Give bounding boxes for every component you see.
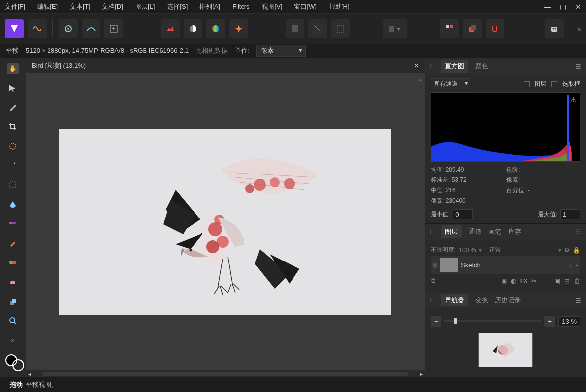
crop-tool-icon[interactable] [7,122,19,132]
flood-tool-icon[interactable] [7,199,19,210]
brush-tool-icon[interactable] [7,102,19,112]
zoom-out-button[interactable]: − [431,316,441,327]
selection-icon[interactable] [331,19,350,38]
menu-document[interactable]: 文档[D] [102,2,123,11]
warning-icon[interactable]: ⚠ [570,96,577,104]
menu-help[interactable]: 帮助[H] [329,2,350,11]
tab-history[interactable]: 历史记录 [495,296,521,305]
navigator-preview[interactable] [478,333,533,367]
merge-icon[interactable]: ⊟ [564,277,570,285]
tone-map-icon[interactable] [82,19,100,38]
hand-tool-icon[interactable]: ✋ [7,63,19,74]
menu-window[interactable]: 窗口[W] [294,2,317,11]
layer-item[interactable]: ▦ Sketch ○ ▸ [431,256,580,274]
minimize-icon[interactable]: — [544,3,551,11]
toolbar-more-icon[interactable]: » [578,25,581,33]
selection-brush-icon[interactable] [7,141,19,151]
menu-edit[interactable]: 编辑[E] [37,2,58,11]
persona-liquify-icon[interactable] [28,19,47,38]
zoom-in-button[interactable]: + [544,316,555,327]
assistant-icon[interactable] [545,19,564,38]
maximize-icon[interactable]: ▢ [560,3,566,11]
tab-layers[interactable]: 图层 [441,225,462,238]
levels-icon[interactable] [161,19,180,38]
menu-view[interactable]: 视图[V] [262,2,283,11]
panel-menu-icon[interactable]: ☰ [575,297,581,304]
marquee-tool-icon[interactable] [7,179,19,190]
visibility-icon[interactable]: ○ [569,261,573,269]
auto-icon[interactable] [229,19,248,38]
mask-icon[interactable]: ◉ [501,277,507,285]
menu-text[interactable]: 文本[T] [70,2,90,11]
panel-grip-icon[interactable]: ⦀ [430,296,432,304]
persona-photo-icon[interactable] [5,19,24,38]
tab-histogram[interactable]: 直方图 [441,60,468,73]
quickmask-icon[interactable] [286,19,304,38]
unit-select[interactable]: 像素 [256,45,306,57]
export-icon[interactable] [104,19,123,38]
panel-grip-icon[interactable]: ⦀ [430,228,432,236]
adjustment-icon[interactable] [184,19,202,38]
swatch-icon[interactable]: ▾ [383,19,407,38]
menu-select[interactable]: 选择[S] [167,2,188,11]
tab-channels[interactable]: 通道 [469,227,482,236]
tab-transform[interactable]: 变换 [475,296,488,305]
close-document-icon[interactable]: × [414,61,419,70]
max-input[interactable] [560,209,580,219]
selection-checkbox[interactable] [551,81,557,87]
horizontal-scrollbar[interactable]: ◂ ▸ [26,370,425,377]
panel-menu-icon[interactable]: ☰ [575,228,581,236]
expand-icon[interactable]: ▸ [576,262,578,268]
channel-select[interactable]: 所有通道 [431,78,470,89]
panel-menu-icon[interactable]: ☰ [575,63,581,70]
adjustment-layer-icon[interactable]: ◐ [511,277,516,285]
svg-rect-14 [551,27,557,32]
menu-filters[interactable]: Filters [232,3,249,10]
tab-stock[interactable]: 库存 [508,227,521,236]
zoom-slider[interactable] [444,320,541,322]
menu-arrange[interactable]: 排列[A] [199,2,220,11]
crop-layer-icon[interactable]: ✂ [531,277,537,285]
panel-grip-icon[interactable]: ⦀ [430,62,432,70]
layer-checkbox[interactable] [524,81,530,87]
align-icon[interactable] [440,19,459,38]
deselect-icon[interactable] [308,19,327,38]
menu-file[interactable]: 文件[F] [5,2,25,11]
scroll-left-icon[interactable]: ◂ [26,371,33,377]
arrange-icon[interactable] [463,19,482,38]
color-swatches[interactable] [5,354,20,368]
blend-mode-select[interactable]: 正常 [489,246,501,254]
zoom-tool-icon[interactable] [7,315,19,326]
wand-tool-icon[interactable] [7,160,19,171]
menu-layer[interactable]: 图层[L] [135,2,155,11]
tab-brushes[interactable]: 画笔 [488,227,501,236]
gradient-tool-icon[interactable] [7,218,19,229]
add-layer-icon[interactable]: ▣ [554,277,560,285]
fx-icon[interactable]: FX [520,278,527,284]
scroll-right-icon[interactable]: ▸ [418,371,425,377]
clone-tool-icon[interactable] [7,296,19,306]
scroll-up-icon[interactable]: ▴ [419,76,422,82]
gear-icon[interactable]: ⚙ [564,247,570,254]
delete-layer-icon[interactable]: 🗑 [574,277,580,285]
color-replace-icon[interactable] [7,257,19,267]
colorwheel-icon[interactable] [206,19,225,38]
snap-icon[interactable] [486,19,504,38]
min-input[interactable] [453,209,473,219]
canvas-viewport[interactable]: ▴ [26,73,425,370]
opacity-value[interactable]: 100 % [459,247,476,254]
zoom-value[interactable]: 13 % [558,316,580,327]
document-tab[interactable]: Bird [只读] (13.1%) × [26,58,425,73]
close-icon[interactable]: ✕ [575,3,581,11]
move-tool-icon[interactable] [7,83,19,93]
paint-tool-icon[interactable] [7,238,19,248]
lock-icon[interactable]: 🔒 [573,247,580,254]
tab-color[interactable]: 颜色 [475,62,488,71]
layer-thumbnail [440,258,458,272]
background-color[interactable] [12,359,24,371]
erase-tool-icon[interactable] [7,277,19,287]
tab-navigator[interactable]: 导航器 [441,294,468,306]
more-tools-icon[interactable]: » [7,335,19,345]
group-icon[interactable]: ⧉ [431,277,435,285]
scope-icon[interactable] [59,19,78,38]
